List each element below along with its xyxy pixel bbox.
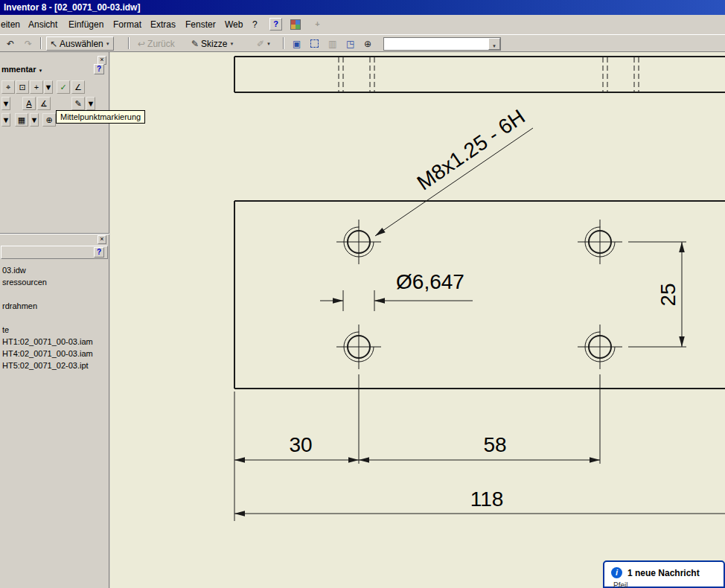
combobox-dropdown-button[interactable]: ▼ [488,38,500,50]
hole-bottom-right[interactable] [578,325,622,369]
browser-close-icon[interactable]: × [98,235,106,244]
menu-item-format[interactable]: Format [109,19,145,31]
zoom-all-icon: ▣ [293,39,301,48]
info-icon: i [611,567,622,578]
tree-item-sheet[interactable]: te [2,325,9,334]
select-dropdown-icon[interactable]: ▼ [106,42,110,46]
hole-top-left[interactable] [336,220,381,264]
zoom-button[interactable]: ⊕ [360,36,375,51]
redo-icon: ↷ [25,39,32,48]
dim-30-text[interactable]: 30 [289,433,312,456]
check-icon[interactable]: ✓ [57,80,70,94]
datum-icon[interactable]: ⊡ [16,80,29,94]
add-symbol-icon[interactable]: + [30,80,43,94]
menu-item-web[interactable]: Web [221,19,246,31]
application-window: Inventor 8 - [02_0071_00-03.idw] eiten A… [0,0,725,588]
dim-118-text[interactable]: 118 [470,488,504,511]
text-tool-icon[interactable]: A [22,97,36,110]
row2b-dropdown-icon[interactable]: ▼ [86,97,95,110]
notification-balloon[interactable]: i 1 neue Nachricht Pfeil [603,560,725,588]
tree-item-view1[interactable]: HT1:02_0071_00-03.iam [2,337,93,346]
back-button[interactable]: ↩ Zurück [134,36,179,51]
panel-help-button[interactable]: ? [94,64,104,74]
toolbar-separator [128,37,130,49]
panel-divider [0,233,109,234]
toolbar-separator [40,37,42,49]
menu-bar: eiten Ansicht Einfügen Format Extras Fen… [0,15,725,34]
tree-item-document[interactable]: 03.idw [2,266,26,275]
toolbar-separator [283,37,284,49]
menu-item-extras[interactable]: Extras [147,19,179,31]
angle-dimension-icon[interactable]: ∠ [71,80,85,94]
combobox-dropdown-icon: ▼ [492,44,496,48]
look-at-button[interactable]: ◳ [342,36,358,51]
notification-title[interactable]: 1 neue Nachricht [627,568,700,578]
style-combobox[interactable]: ▼ [383,37,501,51]
add-plus-icon: + [311,18,324,31]
select-cursor-icon: ↖ [50,39,57,48]
pan-button[interactable]: ▥ [325,36,340,51]
drawing-area[interactable]: M8x1.25 - 6H Ø6,647 25 30 58 118 [110,52,725,588]
tooltip: Mittelpunktmarkierung [56,110,145,124]
redo-button[interactable]: ↷ [21,36,36,51]
zoom-icon: ⊕ [364,39,371,48]
pan-icon: ▥ [328,39,336,48]
back-arrow-icon: ↩ [138,39,145,48]
dim-58-text[interactable]: 58 [483,433,506,456]
panel-title-text: mmentar [1,65,36,74]
row3b-dropdown-icon[interactable]: ▼ [30,113,39,127]
pen-icon[interactable]: ✎ [71,97,85,110]
browser-help-button[interactable]: ? [94,247,104,258]
select-label: Auswählen [60,39,103,49]
main-toolbar: ↶ ↷ ↖ Auswählen ▼ ↩ Zurück ✎ Skizze ▼ ✐ … [0,34,725,52]
leader-angle-icon[interactable]: ∡ [37,97,51,110]
menu-item-help[interactable]: ? [249,19,261,31]
update-pencil-icon: ✐ [257,39,264,48]
sketch-button[interactable]: ✎ Skizze ▼ [188,36,237,51]
look-at-icon: ◳ [346,39,354,48]
sketch-dropdown-icon[interactable]: ▼ [229,42,234,46]
hole-table-icon[interactable]: ▦ [15,113,28,127]
help-box-icon[interactable]: ? [269,18,282,31]
app-grid-icon[interactable] [290,19,301,30]
tree-item-view5[interactable]: HT5:02_0071_02-03.ipt [2,361,89,370]
panel-title[interactable]: mmentar▼ [1,65,42,74]
update-button[interactable]: ✐ ▼ [253,36,275,51]
part-outline [234,201,725,389]
title-bar[interactable]: Inventor 8 - [02_0071_00-03.idw] [0,0,725,15]
menu-item-fenster[interactable]: Fenster [182,19,220,31]
dim-25-text[interactable]: 25 [657,283,680,306]
sketch-label: Skizze [201,39,227,49]
hole-top-right[interactable] [578,220,622,264]
tree-item-resources[interactable]: sressourcen [2,278,47,287]
zoom-window-button[interactable] [307,36,322,51]
notification-body: Pfeil [613,581,718,588]
zoom-all-button[interactable]: ▣ [289,36,304,51]
top-view-hidden-lines [339,57,639,92]
zoom-window-icon [310,39,319,48]
drawing-sheet[interactable]: M8x1.25 - 6H Ø6,647 25 30 58 118 [110,52,725,588]
thread-callout-text[interactable]: M8x1.25 - 6H [413,105,529,195]
row1-dropdown-icon[interactable]: ▼ [44,80,53,94]
window-title: Inventor 8 - [02_0071_00-03.idw] [4,2,140,13]
undo-button[interactable]: ↶ [3,36,18,51]
back-label: Zurück [147,39,175,49]
browser-header [1,246,108,259]
sketch-pencil-icon: ✎ [191,39,199,48]
tree-item-border[interactable]: rdrahmen [2,301,37,310]
panel-bar: × mmentar▼ ? ⌖ ⊡ + ▼ ✓ ∠ ▼ A ∡ ✎ ▼ ▼ ▦ ▼… [0,52,109,588]
select-button[interactable]: ↖ Auswählen ▼ [46,36,114,51]
row3-dropdown-icon[interactable]: ▼ [1,113,10,127]
panel-menu-arrow-icon: ▼ [38,68,42,73]
update-dropdown-icon: ▼ [266,42,271,46]
menu-item-ansicht[interactable]: Ansicht [25,19,61,31]
row2-dropdown-icon[interactable]: ▼ [1,97,10,110]
undo-icon: ↶ [7,39,14,48]
center-mark-icon[interactable]: ⊕ [42,113,56,127]
center-cross-icon[interactable]: ⌖ [1,80,15,94]
hole-bottom-left[interactable] [336,325,381,369]
hole-diameter-text[interactable]: Ø6,647 [396,270,464,293]
menu-item-bearbeiten[interactable]: eiten [0,19,24,31]
menu-item-einfuegen[interactable]: Einfügen [65,19,107,31]
tree-item-view4[interactable]: HT4:02_0071_00-03.iam [2,349,93,358]
